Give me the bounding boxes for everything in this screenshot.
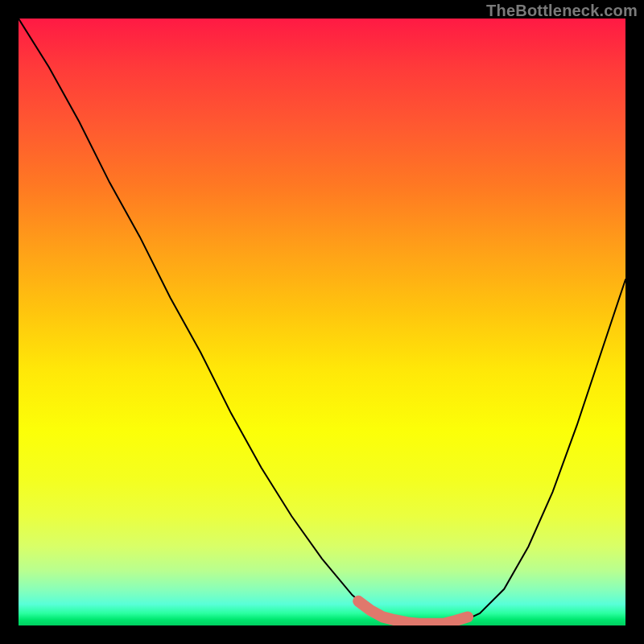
plot-gradient-background bbox=[19, 19, 625, 625]
watermark-text: TheBottleneck.com bbox=[486, 2, 638, 20]
chart-container: TheBottleneck.com bbox=[0, 0, 644, 644]
